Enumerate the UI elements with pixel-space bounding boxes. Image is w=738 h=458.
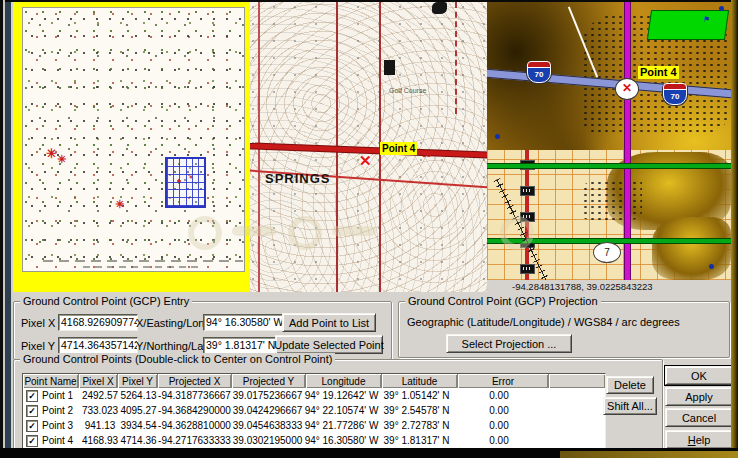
topo-map-panel[interactable]: Golf Course SPRINGS Point 4 36 ✕ bbox=[250, 2, 487, 292]
cell-projected_x: -94.3684290000 bbox=[158, 405, 231, 416]
urban-dots-area bbox=[582, 180, 642, 220]
cell-pixel_x: 941.13 bbox=[81, 420, 119, 431]
window-top-edge bbox=[0, 0, 738, 2]
column-header-pixel-x[interactable]: Pixel X bbox=[79, 374, 118, 388]
easting-lon-label: X/Easting/Lon bbox=[136, 317, 205, 329]
gcp-entry-title: Ground Control Point (GCP) Entry bbox=[20, 295, 192, 307]
cell-pixel_y: 5264.13 bbox=[119, 390, 158, 401]
column-header-filler bbox=[549, 374, 605, 388]
cell-pixel_y: 3934.54 bbox=[119, 420, 158, 431]
table-row[interactable]: ✓Point 12492.575264.13-94.318773666739.0… bbox=[23, 388, 605, 403]
gcp-point-label[interactable]: Point 4 bbox=[638, 66, 679, 79]
cell-error: 0.00 bbox=[454, 405, 544, 416]
interstate-shield-icon: 70 bbox=[663, 86, 687, 105]
cancel-button[interactable]: Cancel bbox=[665, 408, 733, 427]
poi-dot-icon bbox=[719, 6, 724, 11]
cell-pixel_y: 4714.36 bbox=[119, 435, 158, 446]
shift-all-button[interactable]: Shift All... bbox=[603, 397, 657, 415]
cell-longitude: 94° 22.10574' W bbox=[304, 405, 379, 416]
gcp-point-label[interactable]: Point 4 bbox=[380, 142, 417, 155]
green-road bbox=[487, 163, 731, 169]
topo-quad-sheet: ✳ ✳ ✳ bbox=[22, 7, 245, 272]
cell-projected_x: -94.3628810000 bbox=[158, 420, 231, 431]
cell-latitude: 39° 2.54578' N bbox=[379, 405, 454, 416]
building-footprint bbox=[384, 60, 395, 75]
crosshair-icon[interactable]: ✕ bbox=[359, 152, 372, 170]
cell-longitude: 94° 16.30580' W bbox=[304, 435, 379, 446]
point-name: Point 4 bbox=[42, 435, 73, 446]
window-left-edge bbox=[11, 2, 13, 450]
select-projection-button[interactable]: Select Projection ... bbox=[446, 334, 572, 353]
add-point-button[interactable]: Add Point to List bbox=[282, 313, 376, 332]
coordinates-readout: -94.2848131788, 39.0225843223 bbox=[512, 281, 653, 292]
table-row[interactable]: ✓Point 44168.934714.36-94.271763333339.0… bbox=[23, 433, 605, 448]
easting-lon-input[interactable]: 94° 16.30580' W bbox=[203, 314, 285, 331]
point-name: Point 1 bbox=[42, 390, 73, 401]
selection-grid-box[interactable] bbox=[165, 157, 206, 208]
gcp-table-header: Point NamePixel XPixel YProjected XProje… bbox=[23, 374, 605, 388]
map-red-mark-icon: ✳ bbox=[115, 198, 124, 211]
state-route-shield-icon: 7 bbox=[593, 242, 621, 263]
cell-projected_x: -94.3187736667 bbox=[158, 390, 231, 401]
checkbox-checked-icon[interactable]: ✓ bbox=[26, 390, 38, 402]
cell-pixel_x: 4168.93 bbox=[81, 435, 119, 446]
terrain-map-panel[interactable]: ⚑ 70 70 ✕ Point 4 7 bbox=[487, 2, 731, 280]
route-marker-icon bbox=[520, 264, 535, 274]
point-name: Point 3 bbox=[42, 420, 73, 431]
gcp-table-body: ✓Point 12492.575264.13-94.318773666739.0… bbox=[23, 388, 605, 448]
column-header-projected-x[interactable]: Projected X bbox=[158, 374, 232, 388]
northing-lat-label: Y/Northing/Lat bbox=[136, 340, 206, 352]
poi-dot-icon bbox=[709, 264, 714, 269]
column-header-point-name[interactable]: Point Name bbox=[23, 374, 79, 388]
cell-longitude: 94° 19.12642' W bbox=[304, 390, 379, 401]
checkbox-checked-icon[interactable]: ✓ bbox=[26, 420, 38, 432]
ok-button[interactable]: OK bbox=[665, 366, 733, 385]
map-red-mark-icon: ✳ bbox=[57, 153, 66, 166]
cell-latitude: 39° 2.72783' N bbox=[379, 420, 454, 431]
route-number-label: 36 bbox=[422, 150, 431, 159]
map-fine-print bbox=[43, 260, 243, 262]
northing-lat-input[interactable]: 39° 1.81317' N bbox=[203, 337, 285, 354]
gcp-table-title: Ground Control Points (Double-click to C… bbox=[20, 353, 335, 365]
column-header-error[interactable]: Error bbox=[458, 374, 549, 388]
overview-map-panel[interactable]: ✳ ✳ ✳ bbox=[13, 2, 250, 292]
point-name: Point 2 bbox=[42, 405, 73, 416]
help-button[interactable]: Help bbox=[665, 430, 733, 449]
cell-error: 0.00 bbox=[454, 390, 544, 401]
table-row[interactable]: ✓Point 3941.133934.54-94.362881000039.04… bbox=[23, 418, 605, 433]
cell-pixel_y: 4095.27 bbox=[119, 405, 158, 416]
cell-projected_y: 39.0454638333 bbox=[231, 420, 304, 431]
map-scale-bar bbox=[83, 266, 203, 268]
column-header-latitude[interactable]: Latitude bbox=[382, 374, 458, 388]
gcp-tool-window: ✳ ✳ ✳ Golf Course SPRINGS Point 4 36 ✕ ⚑ bbox=[0, 0, 738, 458]
delete-button[interactable]: Delete bbox=[606, 376, 654, 394]
column-header-longitude[interactable]: Longitude bbox=[306, 374, 382, 388]
cell-pixel_x: 2492.57 bbox=[81, 390, 119, 401]
table-row[interactable]: ✓Point 2733.0234095.27-94.368429000039.0… bbox=[23, 403, 605, 418]
cell-latitude: 39° 1.81317' N bbox=[379, 435, 454, 446]
gcp-entry-group: Ground Control Point (GCP) Entry Pixel X… bbox=[13, 301, 392, 360]
gcp-table[interactable]: Point NamePixel XPixel YProjected XProje… bbox=[22, 373, 606, 451]
column-header-pixel-y[interactable]: Pixel Y bbox=[118, 374, 158, 388]
interstate-shield-icon: 70 bbox=[527, 64, 551, 83]
gcp-table-group: Ground Control Points (Double-click to C… bbox=[13, 359, 663, 450]
pixel-x-label: Pixel X bbox=[21, 317, 55, 329]
cell-projected_x: -94.2717633333 bbox=[158, 435, 231, 446]
cell-projected_y: 39.0175236667 bbox=[231, 390, 304, 401]
golf-course-label: Golf Course bbox=[389, 87, 426, 94]
cell-projected_y: 39.0302195000 bbox=[231, 435, 304, 446]
pixel-y-input[interactable]: 4714.364357142 bbox=[58, 337, 138, 354]
checkbox-checked-icon[interactable]: ✓ bbox=[26, 405, 38, 417]
poi-dot-icon bbox=[495, 134, 500, 139]
route-marker-icon bbox=[520, 212, 535, 222]
pixel-x-input[interactable]: 4168.926909774 bbox=[58, 314, 138, 331]
park-polygon: ⚑ bbox=[647, 10, 729, 40]
checkbox-checked-icon[interactable]: ✓ bbox=[26, 435, 38, 447]
update-point-button[interactable]: Update Selected Point bbox=[275, 335, 383, 354]
column-header-projected-y[interactable]: Projected Y bbox=[232, 374, 306, 388]
cell-pixel_x: 733.023 bbox=[81, 405, 119, 416]
apply-button[interactable]: Apply bbox=[665, 387, 733, 406]
pixel-y-label: Pixel Y bbox=[21, 340, 55, 352]
gcp-projection-title: Ground Control Point (GCP) Projection bbox=[405, 295, 601, 307]
gcp-marker-icon[interactable]: ✕ bbox=[615, 78, 639, 100]
